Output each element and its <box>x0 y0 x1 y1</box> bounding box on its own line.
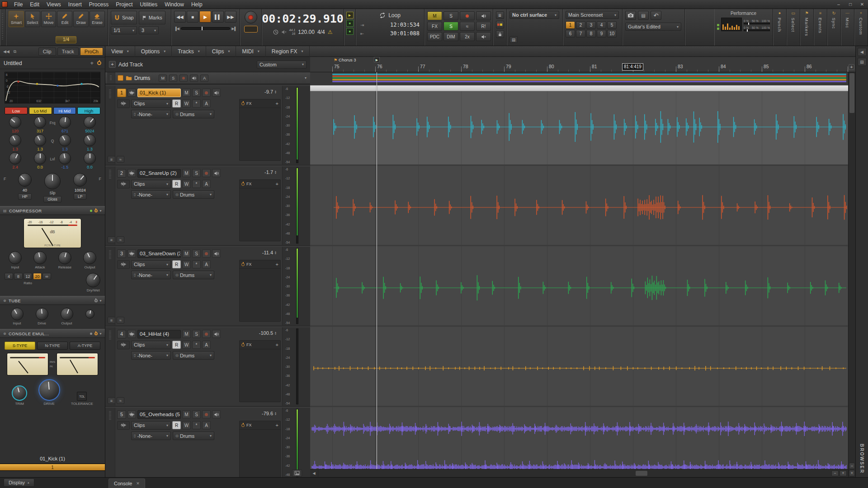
track-name[interactable]: 01_Kick (1) <box>137 89 181 97</box>
compressor-input-knob[interactable] <box>9 251 22 264</box>
automation-read-button[interactable]: R <box>172 341 181 349</box>
exclusive-solo-button[interactable]: S <box>443 22 458 31</box>
track-number[interactable]: 1 <box>117 89 126 97</box>
automation-read-button[interactable]: R <box>172 99 181 108</box>
track-automation-icon[interactable]: ≈ <box>117 156 124 163</box>
pause-button[interactable]: ▌▌ <box>212 11 224 23</box>
arm-record-button[interactable] <box>202 169 211 177</box>
volume-value[interactable]: -79.6▲▼ <box>262 411 277 416</box>
maximize-button[interactable]: □ <box>844 0 856 9</box>
eq-curve-display[interactable]: 60-6-12 206323k720k <box>5 72 100 103</box>
close-icon[interactable]: ✕ <box>136 481 140 486</box>
take-lanes-icon[interactable] <box>117 180 130 188</box>
eq-band-low[interactable]: Low <box>5 107 28 114</box>
stop-button[interactable]: ■ <box>187 11 198 23</box>
fx-rack[interactable]: FX + <box>239 421 281 477</box>
trackview-menu-options[interactable]: Options▾ <box>135 46 172 57</box>
edit-filter-dropdown[interactable]: Clips▾ <box>131 421 171 430</box>
solo-button[interactable]: S <box>192 410 201 418</box>
compressor-power-icon[interactable] <box>94 209 98 212</box>
edit-filter-dropdown[interactable]: Clips▾ <box>131 260 171 269</box>
output-dropdown[interactable]: ◎Drums▾ <box>173 351 214 360</box>
automation-offset-button[interactable]: * <box>192 180 201 188</box>
solo-button[interactable]: S <box>192 169 201 177</box>
edit-cursor-position[interactable]: 81:4:419 <box>622 63 643 70</box>
console-power-icon[interactable] <box>94 332 98 335</box>
folder-collapse-icon[interactable]: ▾ <box>305 76 307 80</box>
automation-read-button[interactable]: R <box>172 421 181 429</box>
screenset-2-button[interactable]: 2 <box>576 21 585 29</box>
lp-filter-button[interactable]: LP <box>74 193 86 200</box>
collapsed-module-events[interactable]: ≡Events <box>814 9 827 46</box>
dim-button[interactable]: DIM <box>443 32 458 41</box>
console-emulator-header[interactable]: ⊕ CONSOLE EMUL... ▾ <box>0 329 105 338</box>
folder-track-header[interactable]: Drums M S A ▾ <box>105 72 310 84</box>
menu-help[interactable]: Help <box>188 0 206 9</box>
tube-type-selector[interactable] <box>85 310 94 319</box>
ratio-∞-button[interactable]: ∞ <box>42 273 51 280</box>
arm-record-button[interactable] <box>202 89 211 97</box>
folder-input-echo-button[interactable] <box>190 75 198 82</box>
ratio-8-button[interactable]: 8 <box>14 273 23 280</box>
menu-views[interactable]: Views <box>43 0 65 9</box>
menu-insert[interactable]: Insert <box>65 0 85 9</box>
track-header-01_Kick (1)[interactable]: 1 01_Kick (1) M S -9.7▲▼ Clips▾ R W * A … <box>105 85 310 164</box>
loop-end-field[interactable]: ⇤ 30:01:088 <box>359 30 421 37</box>
take-lanes-icon[interactable] <box>117 421 130 430</box>
automation-a-button[interactable]: A <box>202 421 211 429</box>
collapse-module-icon[interactable]: ▾ <box>100 332 102 336</box>
expand-browser-icon[interactable]: ◀ <box>858 48 867 56</box>
toolbar-drag-handle[interactable] <box>0 9 6 46</box>
add-fx-button[interactable]: + <box>276 342 278 347</box>
now-time-marker[interactable]: ▶ <box>374 57 380 62</box>
eq-freq-knob-low[interactable] <box>9 116 21 128</box>
loop-start-field[interactable]: ⇥ 12:03:534 <box>359 21 421 28</box>
screenset-6-button[interactable]: 6 <box>566 30 575 38</box>
volume-value[interactable]: -100.5▲▼ <box>259 330 277 336</box>
automation-write-button[interactable]: W <box>182 260 191 268</box>
input-echo-button[interactable] <box>212 410 221 418</box>
gloss-button[interactable]: Gloss <box>43 196 61 202</box>
prochannel-preset-name[interactable]: Untitled <box>4 60 86 66</box>
fx-rack[interactable]: FX + <box>239 99 281 161</box>
fx-power-icon[interactable] <box>241 102 245 105</box>
input-echo-button[interactable] <box>212 249 221 258</box>
close-button[interactable]: ✕ <box>856 0 868 9</box>
edit-filter-dropdown[interactable]: Clips▾ <box>131 99 171 108</box>
compressor-attack-knob[interactable] <box>33 251 47 264</box>
inspector-tab-clip[interactable]: Clip <box>38 47 56 56</box>
compressor-output-knob[interactable] <box>83 251 96 264</box>
collapsed-module-markers[interactable]: ⚑Markers <box>800 9 814 46</box>
mute-button[interactable]: M <box>182 249 191 258</box>
punch-record-button[interactable]: R! <box>476 22 491 31</box>
collapsed-module-select[interactable]: ▭Select <box>787 9 800 46</box>
tube-power-icon[interactable] <box>94 299 98 302</box>
lock-button[interactable] <box>496 30 504 38</box>
fx-global-button[interactable]: FX <box>427 22 442 31</box>
dim-solo-button[interactable]: ≈ <box>460 22 475 31</box>
add-fx-button[interactable]: + <box>276 101 278 106</box>
move-tool-button[interactable]: Move <box>41 11 57 27</box>
track-name[interactable]: 05_Overheads (5 <box>137 410 181 419</box>
mute-button[interactable]: M <box>182 410 191 418</box>
automation-a-button[interactable]: A <box>202 99 211 108</box>
eq-q-knob-hi-mid[interactable] <box>59 134 71 146</box>
capture-screenshot-button[interactable] <box>625 11 636 20</box>
input-dropdown[interactable]: ▯-None-▾ <box>131 110 171 118</box>
record-button[interactable] <box>245 11 257 23</box>
eq-band-hi-mid[interactable]: Hi Mid <box>53 107 76 114</box>
collapsed-module-sync[interactable]: ↻Sync <box>827 9 841 46</box>
screenset-8-button[interactable]: 8 <box>586 30 596 38</box>
lp-freq-knob[interactable] <box>73 173 87 187</box>
scrollbar-track[interactable] <box>318 469 830 477</box>
folder-arm-button[interactable] <box>179 75 188 82</box>
clip-03_SnareDown (3)[interactable] <box>310 246 848 325</box>
go-to-start-icon[interactable]: ▐◀ <box>174 27 179 31</box>
clips-pane[interactable]: ◀ −+ <box>310 72 848 477</box>
clip-01_Kick (1)[interactable] <box>310 85 848 164</box>
track-layers-icon[interactable]: ≡ <box>108 397 115 404</box>
tempo-display[interactable]: 120.00 <box>298 29 315 35</box>
screenset-9-button[interactable]: 9 <box>597 30 606 38</box>
collapsed-module-misc[interactable]: ⋯Misc <box>841 9 854 46</box>
input-dropdown[interactable]: ▯-None-▾ <box>131 271 171 279</box>
